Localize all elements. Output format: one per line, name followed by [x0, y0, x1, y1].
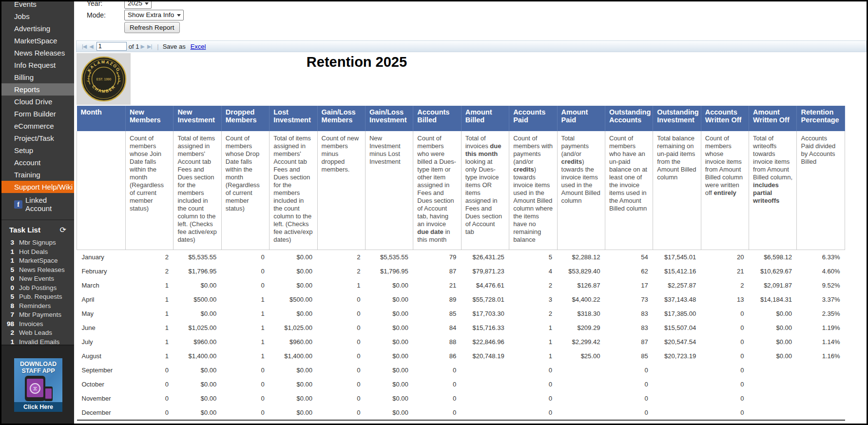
value-cell: 0: [413, 406, 461, 420]
click-here-button[interactable]: Click Here: [14, 402, 62, 412]
table-row-october: October0$0.000$0.000$0.000000: [77, 377, 845, 391]
value-cell: $37,143.48: [653, 292, 701, 307]
value-cell: $1,025.00: [270, 321, 317, 335]
sidebar-item-jobs[interactable]: Jobs: [1, 10, 74, 22]
value-cell: $0.00: [749, 307, 797, 321]
month-cell: January: [77, 250, 126, 265]
sidebar-item-training[interactable]: Training: [1, 169, 74, 181]
task-item-news-releases[interactable]: 5News Releases: [1, 266, 74, 275]
task-item-invoices[interactable]: 98Invoices: [1, 320, 74, 329]
task-item-web-leads[interactable]: 2Web Leads: [1, 328, 74, 338]
task-item-pub-requests[interactable]: 5Pub. Requests: [1, 292, 74, 302]
value-cell: [461, 391, 509, 406]
table-row-july: July1$960.001$960.000$0.0088$22,846.961$…: [77, 335, 845, 349]
value-cell: [461, 363, 509, 377]
value-cell: 0: [317, 307, 365, 321]
task-item-job-postings[interactable]: 0Job Postings: [1, 284, 74, 293]
task-item-marketspace[interactable]: 1MarketSpace: [1, 256, 74, 266]
next-page-icon[interactable]: ▶: [140, 43, 144, 50]
task-item-hot-deals[interactable]: 1Hot Deals: [1, 248, 74, 257]
download-staff-app-banner[interactable]: DOWNLOAD STAFF APP ⧖ Click Here: [14, 358, 62, 412]
value-cell: 6.33%: [797, 250, 845, 265]
value-cell: 3: [509, 292, 557, 307]
task-count: 3: [1, 238, 19, 248]
task-item-new-events[interactable]: 0New Events: [1, 274, 74, 284]
value-cell: 0: [317, 321, 365, 335]
sidebar-item-linked-account[interactable]: f Linked Account: [1, 193, 74, 215]
value-cell: [797, 377, 845, 391]
excel-export-link[interactable]: Excel: [191, 43, 206, 50]
sidebar-item-advertising[interactable]: Advertising: [1, 22, 74, 35]
refresh-icon[interactable]: ⟳: [60, 225, 66, 234]
sidebar-item-marketspace[interactable]: MarketSpace: [1, 35, 74, 47]
task-item-mbr-payments[interactable]: 7Mbr Payments: [1, 310, 74, 320]
month-cell: February: [77, 264, 126, 278]
sidebar-item-reports[interactable]: Reports: [1, 83, 74, 96]
value-cell: 79: [413, 250, 461, 265]
value-cell: 13: [701, 292, 749, 307]
main-content: Year: 2025 Mode: Show Extra Info Refresh…: [74, 1, 867, 424]
sidebar: EventsJobsAdvertisingMarketSpaceNews Rel…: [1, 1, 74, 424]
column-header-outstanding-accounts: Outstanding Accounts: [605, 106, 653, 131]
value-cell: $15,412.16: [653, 264, 701, 278]
value-cell: $0.00: [365, 335, 413, 349]
sidebar-item-cloud-drive[interactable]: Cloud Drive: [1, 96, 74, 108]
sidebar-item-billing[interactable]: Billing: [1, 71, 74, 83]
value-cell: 544: [605, 420, 653, 424]
value-cell: $0.00: [270, 250, 317, 265]
column-description-outstanding-accounts: Count of members who have an un-paid bal…: [605, 131, 653, 250]
value-cell: 83: [605, 307, 653, 321]
value-cell: 0: [317, 292, 365, 307]
column-header-outstanding-investment: Outstanding Investment: [653, 106, 701, 131]
value-cell: 1: [221, 349, 269, 363]
first-page-icon[interactable]: |◀: [82, 43, 86, 50]
year-select[interactable]: 2025: [124, 1, 152, 9]
chevron-down-icon: [177, 14, 181, 17]
task-label: New Events: [19, 274, 54, 284]
value-cell: 1: [126, 335, 174, 349]
value-cell: $0.00: [749, 349, 797, 363]
value-cell: 0: [221, 264, 269, 278]
prev-page-icon[interactable]: ◀: [89, 43, 93, 50]
task-count: 0: [1, 274, 19, 284]
sidebar-item-news-releases[interactable]: News Releases: [1, 47, 74, 59]
value-cell: 0: [317, 363, 365, 377]
value-cell: $146,521.28: [653, 420, 701, 424]
value-cell: 1: [126, 321, 174, 335]
column-description-accounts-paid: Count of members with payments (and/or c…: [509, 131, 557, 250]
value-cell: 0: [413, 391, 461, 406]
sidebar-item-events[interactable]: Events: [1, 1, 74, 10]
value-cell: 5: [317, 420, 365, 424]
value-cell: 62: [605, 264, 653, 278]
value-cell: 10: [126, 420, 174, 424]
value-cell: $500.00: [174, 292, 221, 307]
value-cell: 2: [317, 264, 365, 278]
save-as-label: Save as: [163, 43, 186, 50]
sidebar-item-setup[interactable]: Setup: [1, 144, 74, 156]
sidebar-item-form-builder[interactable]: Form Builder: [1, 108, 74, 120]
refresh-report-button[interactable]: Refresh Report: [124, 22, 180, 33]
month-cell: September: [77, 363, 126, 377]
value-cell: 2: [126, 250, 174, 265]
last-page-icon[interactable]: ▶|: [147, 43, 152, 50]
mode-select[interactable]: Show Extra Info: [124, 10, 184, 20]
value-cell: 19: [509, 420, 557, 424]
task-list: Task List ⟳ 3Mbr Signups1Hot Deals1Marke…: [1, 219, 74, 347]
value-cell: 1: [509, 349, 557, 363]
value-cell: 0: [221, 391, 269, 406]
value-cell: 0: [221, 406, 269, 420]
column-header-amount-paid: Amount Paid: [557, 106, 605, 131]
value-cell: [749, 377, 797, 391]
value-cell: $0.00: [365, 377, 413, 391]
sidebar-item-info-request[interactable]: Info Request: [1, 59, 74, 71]
page-number-input[interactable]: [96, 42, 127, 51]
value-cell: 1: [126, 292, 174, 307]
task-item-mbr-signups[interactable]: 3Mbr Signups: [1, 238, 74, 248]
task-item-reminders[interactable]: 8Reminders: [1, 302, 74, 311]
sidebar-item-support-help-wiki[interactable]: Support Help/Wiki: [1, 181, 74, 193]
sidebar-item-ecommerce[interactable]: eCommerce: [1, 120, 74, 132]
value-cell: 1: [126, 349, 174, 363]
sidebar-item-account[interactable]: Account: [1, 156, 74, 169]
value-cell: [557, 377, 605, 391]
sidebar-item-project-task[interactable]: Project/Task: [1, 132, 74, 144]
